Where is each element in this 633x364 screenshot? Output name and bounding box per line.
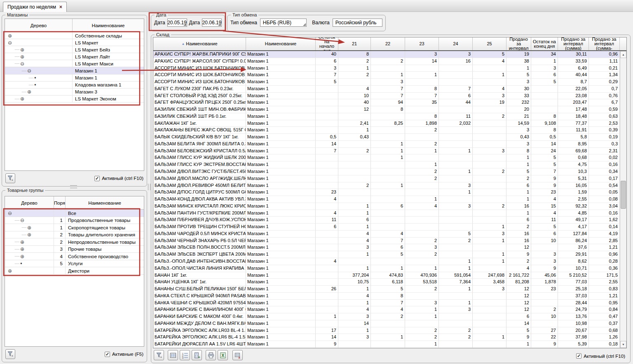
currency-input[interactable]: Российский рубль — [333, 19, 382, 27]
grid-row[interactable]: БАГЕТ ФРАНЦУЗСКИЙ ПР.ЦЕХ 250Г 0.25кг.Маг… — [153, 99, 620, 106]
grid-row[interactable]: БАНАН УЦЕНКА 1КГ 1кг.Магазин 110,756,118… — [153, 279, 620, 286]
grid-row[interactable]: БАКЛАЖАН 1КГ 1кг.Магазин 12,418,251,8982… — [153, 120, 620, 127]
stores-active-checkbox[interactable]: ✓ — [94, 176, 100, 181]
expand-icon[interactable]: ⊕ — [27, 232, 31, 237]
groups-col-order[interactable]: Поря — [54, 196, 66, 209]
group-tree-row[interactable]: ●5Услуги — [5, 260, 144, 268]
store-tree-row[interactable]: ●Кладовка магазина 1 — [5, 82, 144, 89]
store-tree-row[interactable]: ⊕Магазин 3 — [5, 89, 144, 96]
groups-active-checkbox[interactable]: ✓ — [105, 352, 110, 357]
header-week-23[interactable]: 23 — [405, 37, 439, 50]
groups-col-tree[interactable]: Дерево — [5, 196, 54, 209]
group-tree-row[interactable]: ⊕Джестори — [5, 267, 144, 275]
collapse-icon[interactable]: ⊖ — [8, 40, 12, 45]
grid-row[interactable]: БАНАН 1КГ 1кг.Магазин 1377,204474,83470,… — [153, 272, 620, 279]
header-sold-sum[interactable]: Продано за интервал (сумма) — [558, 37, 589, 50]
grid-row[interactable]: БАЛЬЗАМ ЭЛЬСЕВ ПОЛН.ВОССТ.5 200МЛ ЕМагаз… — [153, 244, 620, 251]
stores-col-tree[interactable]: Дерево — [5, 19, 73, 32]
grid-row[interactable]: БАЛЬЗАМ П/БР.НИВЕЯ Д/ЧУВ.КОЖ.УСПОК.1Мага… — [153, 217, 620, 224]
group-tree-row[interactable]: ⊕2Непродовольственные товары — [5, 238, 144, 246]
grid-row[interactable]: БАЛЬЗАМ БЕЛИТА ЯНГ 300МЛ БЕЛИТА 0.3кМага… — [153, 141, 620, 148]
grid-row[interactable]: БАРАНКИ БАРСКИЕ С ВАНИЛИНОМ 400Г 0.4Мага… — [153, 306, 620, 313]
expand-icon[interactable]: ⊕ — [27, 225, 31, 230]
grid-row[interactable]: АРАХИС СУПЕР! ЖАР.ВК.ПАПРИКИ 90Г СУПМага… — [153, 51, 620, 58]
grid-row[interactable]: БАЛЬЗАМ ЧАРОДЕЙ 0.5Л МИНСК КРИСТАЛЛМагаз… — [153, 231, 620, 238]
grid-row[interactable]: БАТАРЕЙКИ ДЮРАСЕЛЛ АА 1.5V LR6 4ШТ DМага… — [153, 341, 620, 348]
grid-row[interactable]: БАТАРЕЙКА ЭРГОЛЮКС АЛК.LR03 BL-4 1.5ЕМаг… — [153, 327, 620, 334]
leaf-icon[interactable]: ● — [34, 82, 36, 87]
expand-icon[interactable]: ⊕ — [20, 47, 24, 52]
header-week-25[interactable]: 25 — [473, 37, 506, 50]
group-tree-row[interactable]: ⊕3Прочие товары — [5, 246, 144, 253]
leaf-icon[interactable]: ● — [20, 261, 22, 266]
expand-icon[interactable]: ⊕ — [20, 240, 24, 245]
header-week-24[interactable]: 24 — [439, 37, 473, 50]
collapse-icon[interactable]: ⊖ — [27, 68, 31, 73]
stores-col-name[interactable]: Наименование — [73, 19, 144, 32]
grid-row[interactable]: БАЛЬЗАМ МИНСК КРИСТАЛЛ ЛЮКС КРИСТАМагази… — [153, 203, 620, 210]
expand-icon[interactable]: ⊕ — [8, 33, 12, 38]
vertical-scrollbar[interactable]: ▲ ▼ — [620, 51, 626, 348]
expand-icon[interactable]: ⊕ — [20, 96, 24, 101]
grid-row[interactable]: БАЛЬЗ.-ОПОЛ.ДАВ ИНТЕНСИВН.ВОССТАН.2Магаз… — [153, 258, 620, 265]
grid-row[interactable]: БАТАРЕЙКА ЭРГОЛЮКС АЛК.LR6 BL-4 1.5ВМага… — [153, 334, 620, 341]
collapse-icon[interactable]: ⊖ — [8, 211, 12, 216]
leaf-icon[interactable]: ● — [34, 75, 36, 80]
grid-row[interactable]: БАЗИЛИК СВЕЖИЙ 1ШТ РБ 0.1кг.Магазин 1811… — [153, 113, 620, 120]
header-week-21[interactable]: 21 — [338, 37, 371, 50]
store-tree-row[interactable]: ⊖LS Маркет Макси — [5, 60, 144, 67]
header-week-22[interactable]: 22 — [371, 37, 405, 50]
exchange-type-select[interactable]: НБРБ (RUB) — [260, 19, 307, 27]
expand-icon[interactable]: ⊕ — [20, 254, 24, 259]
grid-row[interactable]: БАЛЬЗАМ ЧЕРНЫЙ ЗНАХАРЬ РБ 0.5Л ЧЕРНМагаз… — [153, 238, 620, 245]
grid-row[interactable]: БАЛЬЗАМ ГЛИСС КУР ЭКСТРЕМ.ВОССТАН.2Магаз… — [153, 161, 620, 168]
grid-row[interactable]: БАНАНЫ СУШ.БЕЛЫЙ ПЕЛИКАН 150Г БЕЛЬМагази… — [153, 286, 620, 293]
reset-grid-button[interactable]: x — [232, 350, 243, 360]
store-tree-row[interactable]: ⊕LS Маркет Бейз — [5, 46, 144, 53]
expand-icon[interactable]: ⊕ — [8, 268, 12, 273]
grid-row[interactable]: БАЛЬЗАМ БЕЛОВЕЖСКИЙ КРИСТАЛЛ 0.5Л БМагаз… — [153, 148, 620, 155]
store-tree-row[interactable]: ⊕LS Маркет Лайт — [5, 53, 144, 60]
grid-row[interactable]: БАРАНКИ БАРСКИЕ С МАКОМ 400Г 0.4кг.Магаз… — [153, 313, 620, 320]
group-tree-row[interactable]: ⊕1Скоропортящиеся товары — [5, 224, 144, 231]
header-sold-interval[interactable]: Продано за интервал — [506, 37, 531, 50]
store-tree-row[interactable]: ●Магазин 1 — [5, 75, 144, 82]
grid-row[interactable]: АССОРТИ МИНИС ИЗ ШОК.БАТОНЧИКОВ 3Магазин… — [153, 65, 620, 72]
grid-row[interactable]: БАЛЬЗАМ-КОНД.Д/ВОЛ.АКВА АКТИВ УВЛ.35Мага… — [153, 196, 620, 203]
expand-icon[interactable]: ⊕ — [27, 89, 31, 94]
grid-row[interactable]: АССОРТИ МИНИС ИЗ ШОК.БАТОНЧИКОВ 93Магази… — [153, 79, 620, 86]
grid-row[interactable]: БАНКА ЧЕШНИ С КРЫШКОЙ 420МЛ 97554 Р.Мага… — [153, 300, 620, 307]
header-closing-stock[interactable]: Остаток на конец дня — [531, 37, 558, 50]
grid-filter-button[interactable]: + — [154, 350, 164, 360]
grid-row[interactable]: БАЛЬЗ.-ОПОЛ.ЧИСТАЯ ЛИНИЯ КРАПИВА 25Магаз… — [153, 265, 620, 272]
grid-row[interactable]: БАГЕТ С ЛУКОМ 230Г ПАК.РБ 0.23кг.Магазин… — [153, 86, 620, 93]
date-to-input[interactable]: 20.06.19 — [202, 19, 222, 27]
group-tree-row[interactable]: ⊖1Продовольственные товары — [5, 217, 144, 224]
vertical-splitter-handle[interactable] — [148, 184, 150, 190]
grid-row[interactable]: БАЛЬЗАМ ГЛИСС КУР ЖИДКИЙ ШЕЛК 200М.Магаз… — [153, 154, 620, 161]
store-tree-row[interactable]: ⊖LS Маркет — [5, 39, 144, 46]
header-store-name[interactable]: Наименование — [246, 37, 316, 50]
group-tree-row[interactable]: ⊖Все — [5, 210, 144, 217]
export-excel-button[interactable]: X — [218, 350, 228, 360]
tab-close-icon[interactable]: × — [59, 4, 62, 10]
grid-row[interactable]: БАРАНКИ МЕЖДУ ДЕЛОМ С ВАН.МЯГК.В/С 3Мага… — [153, 320, 620, 327]
print-button[interactable] — [206, 350, 216, 360]
totals-calculator-button[interactable]: + — [192, 350, 202, 360]
grid-row[interactable]: АРАХИС СУПЕР! ЖАР.СОЛ.90Г СУПЕР! 0.09кМа… — [153, 58, 620, 65]
collapse-icon[interactable]: ⊖ — [20, 61, 24, 66]
grid-row[interactable]: БАЛЬЗАМ ПРОТИВ ТРЕЩИН СТУПНЕЙ НОГМагазин… — [153, 224, 620, 231]
scroll-down-icon[interactable]: ▼ — [620, 341, 626, 348]
stores-filter-button[interactable]: + — [5, 173, 15, 183]
grid-row[interactable]: БАЛЬЗАМ Д/ПОС.ГОЛД ЦИТРУС 500МЛ GOLМагаз… — [153, 189, 620, 196]
header-sold-sum2[interactable]: Продано за интервал (сумма- — [589, 37, 620, 50]
header-opening-stock[interactable]: Остаток на начало дня — [316, 37, 338, 50]
scrollbar-thumb[interactable] — [621, 181, 626, 209]
grid-row[interactable]: БАКЛАЖАНЫ ВЕРЕС ЖАР.С ОВОЩ. 515Г СТМагаз… — [153, 127, 620, 134]
tab-sales-by-weeks[interactable]: Продажи по неделям × — [3, 2, 67, 12]
store-tree-row[interactable]: ⊕LS Маркет Эконом — [5, 96, 144, 103]
store-tree-row[interactable]: ⊖Магазин 1 — [5, 67, 144, 74]
horizontal-splitter-handle[interactable] — [70, 185, 77, 188]
grid-row[interactable]: БАГЕТ СТОЛОВЫЙ РЭД ХЭД 250Г 0.25кг.Магаз… — [153, 93, 620, 100]
group-tree-row[interactable]: ⊕4Собственное производство — [5, 253, 144, 260]
